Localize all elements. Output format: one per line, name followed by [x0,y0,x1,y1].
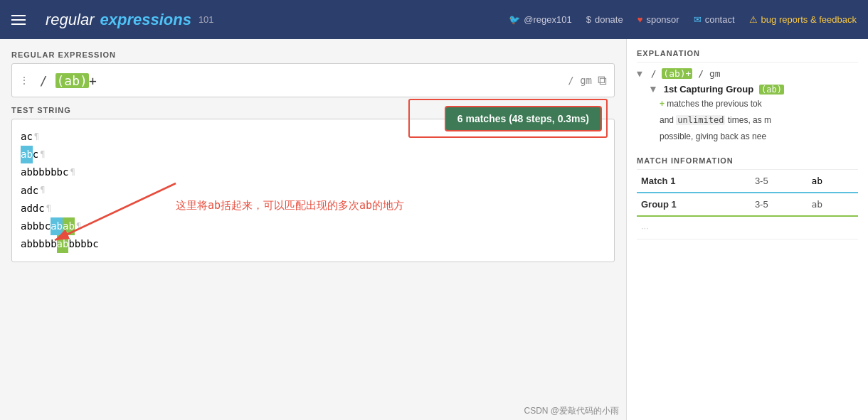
match-value: ab [807,170,858,193]
nav-twitter-label: @regex101 [524,14,571,25]
nav-contact[interactable]: ✉ contact [694,14,735,25]
match-row-next: ··· [637,216,858,239]
nav-bug[interactable]: ⚠ bug reports & feedback [749,14,857,25]
regex-group-highlight: (ab) [55,73,89,88]
twitter-icon: 🐦 [509,14,520,25]
nav-donate-label: donate [595,14,623,25]
exp-pattern-group: (ab)+ [662,68,692,79]
collapse-arrow[interactable]: ▼ [637,68,642,79]
left-panel: REGULAR EXPRESSION ⋮ / (ab) + / gm ⧉ 6 m… [0,39,626,420]
dollar-icon: $ [586,14,591,25]
match-highlight-blue-2: ab [51,217,63,235]
test-line-4: adc¶ [21,182,605,200]
regex-plus: + [89,73,97,88]
group-value: ab [807,193,858,216]
test-line-2: abc¶ [21,146,605,163]
exp-plus-desc1: matches the previous tok [667,99,761,109]
group-label: Group 1 [637,193,751,216]
copy-button[interactable]: ⧉ [598,72,607,88]
header-nav: 🐦 @regex101 $ donate ♥ sponsor ✉ contact… [509,14,857,25]
test-line-5: addc¶ [21,200,605,217]
match-info-section: MATCH INFORMATION Match 1 3-5 ab Group 1… [637,156,858,239]
test-string-area[interactable]: ac¶ abc¶ abbbbbbc¶ adc¶ addc¶ [11,119,615,262]
test-line-7: abbbbbabbbbbc [21,235,605,253]
drag-handle-icon: ⋮ [19,75,29,86]
regex-flags: / gm [562,75,592,86]
test-line-3: abbbbbbc¶ [21,163,605,181]
warning-icon: ⚠ [749,14,758,25]
match-highlight-green: ab [63,217,75,235]
main-layout: REGULAR EXPRESSION ⋮ / (ab) + / gm ⧉ 6 m… [0,39,868,420]
logo-expressions: expressions [100,11,191,29]
exp-desc2: and unlimited times, as m [660,115,771,125]
logo-number: 101 [199,14,214,25]
header: regular expressions 101 🐦 @regex101 $ do… [0,0,868,39]
nav-bug-label: bug reports & feedback [761,14,857,25]
group-range: 3-5 [751,193,808,216]
match-range: 3-5 [751,170,808,193]
nav-sponsor-label: sponsor [646,14,679,25]
footer-credit: CSDN @爱敲代码的小雨 [524,405,619,417]
right-panel: EXPLANATION ▼ / (ab)+ / gm ▼ 1st Capturi… [626,39,868,420]
logo-regular: regular [46,11,94,29]
exp-plus-symbol: + [660,99,665,109]
match-info-title: MATCH INFORMATION [637,156,858,170]
regex-input-box[interactable]: ⋮ / (ab) + / gm ⧉ [11,63,615,97]
match-next-placeholder: ··· [637,216,751,239]
match-table: Match 1 3-5 ab Group 1 3-5 ab ··· [637,170,858,239]
explanation-content: ▼ / (ab)+ / gm ▼ 1st Capturing Group (ab… [637,68,858,143]
test-line-6: abbbcabab¶ [21,217,605,235]
group-collapse-arrow[interactable]: ▼ [648,83,658,95]
regex-label: REGULAR EXPRESSION [11,50,615,59]
match-label: Match 1 [637,170,751,193]
match-badge: 6 matches (48 steps, 0.3ms) [445,106,602,131]
exp-slash-open: / [651,68,657,79]
nav-contact-label: contact [705,14,735,25]
exp-group-title: 1st Capturing Group [664,84,753,95]
match-badge-wrapper: 6 matches (48 steps, 0.3ms) [445,106,602,131]
explanation-title: EXPLANATION [637,49,858,63]
menu-button[interactable] [11,15,26,25]
match-highlight-green-2: ab [57,235,69,253]
logo: regular expressions 101 [46,11,214,29]
heart-icon: ♥ [637,14,643,25]
nav-sponsor[interactable]: ♥ sponsor [637,14,679,25]
exp-slash-flags: / gm [698,68,720,79]
nav-donate[interactable]: $ donate [586,14,623,25]
mail-icon: ✉ [694,14,702,25]
nav-twitter[interactable]: 🐦 @regex101 [509,14,571,25]
regex-section: REGULAR EXPRESSION ⋮ / (ab) + / gm ⧉ 6 m… [11,50,615,97]
explanation-section: EXPLANATION ▼ / (ab)+ / gm ▼ 1st Capturi… [637,49,858,146]
group-row-1: Group 1 3-5 ab [637,193,858,216]
match-highlight-blue: ab [21,146,33,163]
slash-open: / [32,73,55,88]
match-row-1: Match 1 3-5 ab [637,170,858,193]
exp-desc3: possible, giving back as nee [660,131,766,141]
